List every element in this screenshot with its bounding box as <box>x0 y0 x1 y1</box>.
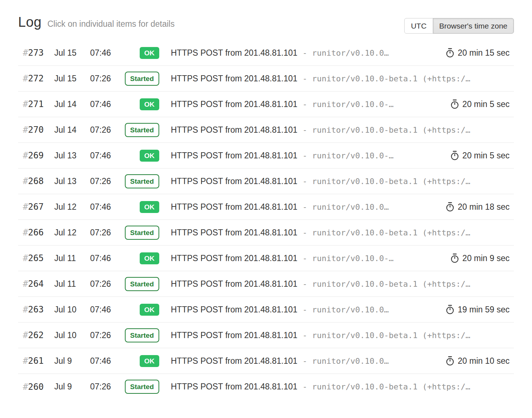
log-row[interactable]: #262 Jul 10 07:26 Started HTTPS POST fro… <box>18 323 514 348</box>
stopwatch-icon <box>450 99 459 109</box>
log-row[interactable]: #270 Jul 14 07:26 Started HTTPS POST fro… <box>18 117 514 143</box>
event-description: HTTPS POST from 201.48.81.101- runitor/v… <box>171 48 438 58</box>
entry-number: #272 <box>18 73 54 84</box>
entry-number: #265 <box>18 253 54 263</box>
event-text: HTTPS POST from 201.48.81.101 <box>171 279 297 289</box>
user-agent-text: - runitor/v0.10.0-… <box>303 254 394 263</box>
status-badge-cell: OK <box>125 304 159 316</box>
log-row[interactable]: #264 Jul 11 07:26 Started HTTPS POST fro… <box>18 271 514 297</box>
user-agent-text: - runitor/v0.10.0-beta.1 (+https:/… <box>303 280 470 289</box>
duration: 20 min 10 sec <box>446 356 514 366</box>
log-row[interactable]: #261 Jul 9 07:46 OK HTTPS POST from 201.… <box>18 348 514 374</box>
entry-number-prefix: # <box>23 150 28 161</box>
entry-number-prefix: # <box>23 304 28 315</box>
event-text: HTTPS POST from 201.48.81.101 <box>171 74 297 83</box>
entry-number-prefix: # <box>23 356 28 366</box>
user-agent-text: - runitor/v0.10.0… <box>303 202 389 212</box>
entry-time: 07:46 <box>90 99 125 109</box>
status-badge: Started <box>125 328 159 342</box>
entry-date: Jul 11 <box>54 279 90 289</box>
event-description: HTTPS POST from 201.48.81.101- runitor/v… <box>171 279 514 289</box>
log-row[interactable]: #272 Jul 15 07:26 Started HTTPS POST fro… <box>18 66 514 91</box>
entry-date: Jul 12 <box>54 202 90 212</box>
entry-number: #267 <box>18 202 54 212</box>
log-row[interactable]: #263 Jul 10 07:46 OK HTTPS POST from 201… <box>18 297 514 323</box>
status-badge-cell: OK <box>125 98 159 110</box>
duration: 20 min 5 sec <box>450 150 514 161</box>
event-description: HTTPS POST from 201.48.81.101- runitor/v… <box>171 202 438 212</box>
event-description: HTTPS POST from 201.48.81.101- runitor/v… <box>171 151 443 161</box>
entry-number-prefix: # <box>23 227 28 238</box>
status-badge-cell: Started <box>125 277 159 291</box>
entry-date: Jul 12 <box>54 228 90 238</box>
entry-date: Jul 15 <box>54 74 90 84</box>
entry-time: 07:46 <box>90 305 125 315</box>
duration: 20 min 5 sec <box>450 99 514 109</box>
event-text: HTTPS POST from 201.48.81.101 <box>171 382 297 391</box>
entry-number-value: 266 <box>28 227 43 238</box>
duration-text: 20 min 15 sec <box>458 48 510 58</box>
event-text: HTTPS POST from 201.48.81.101 <box>171 48 297 57</box>
log-row[interactable]: #273 Jul 15 07:46 OK HTTPS POST from 201… <box>18 40 514 66</box>
log-row[interactable]: #267 Jul 12 07:46 OK HTTPS POST from 201… <box>18 194 514 220</box>
status-badge-cell: OK <box>125 150 159 162</box>
log-page: Log Click on individual items for detail… <box>0 0 532 400</box>
event-text: HTTPS POST from 201.48.81.101 <box>171 202 297 212</box>
user-agent-text: - runitor/v0.10.0-beta.1 (+https:/… <box>303 125 470 135</box>
stopwatch-icon <box>446 48 455 58</box>
entry-number-value: 264 <box>28 279 43 289</box>
utc-button[interactable]: UTC <box>404 18 433 34</box>
title-block: Log Click on individual items for detail… <box>18 14 174 30</box>
duration-text: 20 min 9 sec <box>463 253 510 263</box>
status-badge-cell: Started <box>125 174 159 188</box>
log-row[interactable]: #265 Jul 11 07:46 OK HTTPS POST from 201… <box>18 246 514 271</box>
log-row[interactable]: #268 Jul 13 07:26 Started HTTPS POST fro… <box>18 169 514 194</box>
page-title: Log <box>18 14 42 30</box>
status-badge: Started <box>125 123 159 137</box>
log-row[interactable]: #260 Jul 9 07:26 Started HTTPS POST from… <box>18 374 514 400</box>
user-agent-text: - runitor/v0.10.0-beta.1 (+https:/… <box>303 228 470 237</box>
entry-date: Jul 10 <box>54 330 90 340</box>
stopwatch-icon <box>450 253 459 263</box>
entry-date: Jul 13 <box>54 176 90 186</box>
entry-number-value: 270 <box>28 125 43 135</box>
entry-number: #271 <box>18 99 54 109</box>
entry-time: 07:26 <box>90 228 125 238</box>
entry-date: Jul 9 <box>54 382 90 392</box>
log-table: #273 Jul 15 07:46 OK HTTPS POST from 201… <box>18 40 514 400</box>
event-text: HTTPS POST from 201.48.81.101 <box>171 176 297 186</box>
user-agent-text: - runitor/v0.10.0-beta.1 (+https:/… <box>303 177 470 186</box>
entry-time: 07:26 <box>90 125 125 135</box>
user-agent-text: - runitor/v0.10.0-beta.1 (+https:/… <box>303 331 470 340</box>
entry-number: #260 <box>18 382 54 392</box>
event-description: HTTPS POST from 201.48.81.101- runitor/v… <box>171 228 514 238</box>
event-description: HTTPS POST from 201.48.81.101- runitor/v… <box>171 305 438 315</box>
user-agent-text: - runitor/v0.10.0-… <box>303 151 394 160</box>
entry-number-prefix: # <box>23 330 28 340</box>
entry-number: #268 <box>18 176 54 186</box>
event-description: HTTPS POST from 201.48.81.101- runitor/v… <box>171 382 514 392</box>
entry-number-prefix: # <box>23 73 28 84</box>
entry-number-value: 265 <box>28 253 43 263</box>
log-row[interactable]: #271 Jul 14 07:46 OK HTTPS POST from 201… <box>18 91 514 117</box>
entry-time: 07:46 <box>90 151 125 161</box>
entry-number-prefix: # <box>23 382 28 392</box>
entry-number-prefix: # <box>23 279 28 289</box>
log-row[interactable]: #269 Jul 13 07:46 OK HTTPS POST from 201… <box>18 143 514 169</box>
duration-text: 20 min 10 sec <box>458 356 510 366</box>
entry-time: 07:46 <box>90 356 125 366</box>
status-badge-cell: OK <box>125 201 159 213</box>
entry-number-value: 271 <box>28 99 43 109</box>
status-badge-cell: Started <box>125 328 159 342</box>
status-badge-cell: OK <box>125 355 159 367</box>
entry-number: #263 <box>18 304 54 315</box>
entry-number-prefix: # <box>23 253 28 263</box>
timezone-toggle: UTC Browser's time zone <box>404 18 514 34</box>
duration-text: 20 min 5 sec <box>463 151 510 161</box>
entry-time: 07:46 <box>90 48 125 58</box>
log-row[interactable]: #266 Jul 12 07:26 Started HTTPS POST fro… <box>18 220 514 246</box>
status-badge: OK <box>140 201 160 213</box>
page-subtitle: Click on individual items for details <box>47 19 175 29</box>
browser-timezone-button[interactable]: Browser's time zone <box>433 18 514 34</box>
entry-number-value: 269 <box>28 150 43 161</box>
